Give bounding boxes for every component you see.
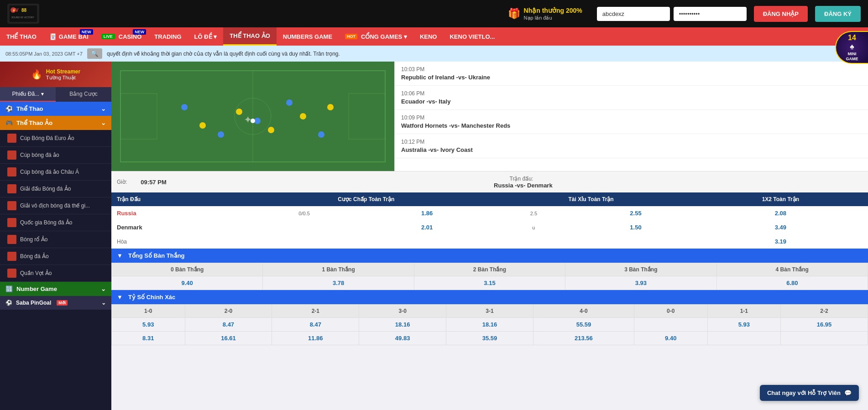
taixiu-v2[interactable]: 1.50 [578, 220, 693, 234]
nav-the-thao[interactable]: THỂ THAO [0, 27, 43, 46]
tab-phieu-da[interactable]: Phiếu Đã... ▾ [0, 87, 56, 102]
nav-casino[interactable]: LIVE CASINO NEW [95, 27, 148, 46]
score-val-1-22[interactable]: 16.95 [781, 318, 868, 332]
totals-col-3: 3 Bàn Thắng [565, 263, 716, 276]
match-item-3[interactable]: 10:09 PM Watford Hornets -vs- Manchester… [395, 110, 868, 134]
nav-cong-games-label: CỔNG GAMES ▾ [361, 33, 407, 40]
x2-1[interactable]: 2.08 [693, 206, 868, 220]
nav-cong-games[interactable]: HOT CỔNG GAMES ▾ [339, 27, 413, 46]
score-val-2-30[interactable]: 49.83 [359, 332, 446, 345]
sidebar-item-bong-ro[interactable]: Bóng rổ Ảo [0, 231, 111, 248]
nav-lo-de[interactable]: LÔ ĐỀ ▾ [188, 27, 224, 46]
sidebar-item-bong-da-ao[interactable]: Bóng đá Ảo [0, 248, 111, 265]
score-val-2-40[interactable]: 213.56 [533, 332, 634, 345]
totals-val-3[interactable]: 3.93 [565, 276, 716, 290]
totals-val-1[interactable]: 3.78 [263, 276, 414, 290]
totals-val-2[interactable]: 3.15 [414, 276, 565, 290]
score-val-1-40[interactable]: 55.59 [533, 318, 634, 332]
score-val-2-10[interactable]: 8.31 [112, 332, 185, 345]
nav-trading-label: TRADING [154, 33, 181, 40]
score-val-1-10[interactable]: 5.93 [112, 318, 185, 332]
score-val-2-00[interactable]: 9.40 [634, 332, 708, 345]
search-button[interactable]: 🔍 [87, 48, 102, 59]
col-tai-xiu: Tài Xỉu Toàn Trận [489, 192, 693, 206]
match-name-1: Republic of Ireland -vs- Ukraine [401, 74, 862, 81]
sidebar-item-cup-bong-da-chau-a[interactable]: Cúp bóng đá ảo Châu Á [0, 164, 111, 181]
score-val-1-31[interactable]: 18.16 [446, 318, 533, 332]
odd-1-1[interactable]: 1.86 [365, 206, 489, 220]
score-val-1-30[interactable]: 18.16 [359, 318, 446, 332]
the-thao-icon: ⚽ [5, 105, 13, 112]
match-item-1[interactable]: 10:03 PM Republic of Ireland -vs- Ukrain… [395, 62, 868, 86]
nav-trading[interactable]: TRADING [148, 27, 188, 46]
score-col-00: 0-0 [634, 305, 708, 318]
score-table: 1-0 2-0 2-1 3-0 3-1 4-0 0-0 1-1 2-2 5.93 [111, 304, 868, 345]
tab-bang-cuoc-label: Bảng Cược [69, 91, 97, 97]
video-player[interactable]: ✦ [111, 62, 394, 171]
taixiu-v1[interactable]: 2.55 [578, 206, 693, 220]
taixiu-o: 2.5 [489, 206, 578, 220]
minigame-num: 14 [848, 34, 856, 42]
totals-val-4[interactable]: 6.80 [716, 276, 868, 290]
score-val-2-31[interactable]: 35.59 [446, 332, 533, 345]
sidebar-section-the-thao-ao[interactable]: 🎮 Thể Thao Ảo ⌄ [0, 116, 111, 130]
svg-point-19 [254, 118, 261, 124]
nav-numbers-game[interactable]: NUMBERS GAME [277, 27, 339, 46]
sidebar-item-bong-da-ao-label: Bóng đá Ảo [20, 253, 49, 259]
sidebar-item-quan-vot-ao[interactable]: Quần Vợt Ảo [0, 265, 111, 282]
sidebar-item-cup-bong-da-euro[interactable]: Cúp Bóng Đá Euro Ảo [0, 130, 111, 147]
sidebar-item-giai-dau-bong-da[interactable]: Giải đấu Bóng đá Ảo [0, 181, 111, 197]
x2-3[interactable]: 3.19 [693, 234, 868, 249]
nav-game-bai[interactable]: 🃏 GAME BÀI NEW [43, 27, 95, 46]
score-val-2-21[interactable]: 11.86 [272, 332, 359, 345]
match-item-2[interactable]: 10:06 PM Ecuador -vs- Italy [395, 86, 868, 110]
username-input[interactable] [597, 7, 670, 21]
totals-toggle[interactable]: ▼ [117, 252, 123, 259]
tab-phieu-da-label: Phiếu Đã... [12, 91, 39, 97]
match-item-4[interactable]: 10:12 PM Australia -vs- Ivory Coast [395, 134, 868, 158]
cup-bong-da-euro-icon [7, 134, 16, 143]
match-info-bar: Giờ: 09:57 PM Trận đấu: Russia -vs- Denm… [111, 171, 868, 192]
sidebar-item-quoc-gia-bong-da[interactable]: Quốc gia Bóng đá Ảo [0, 214, 111, 231]
sidebar-section-the-thao[interactable]: ⚽ Thể Thao ⌄ [0, 102, 111, 116]
score-val-1-11[interactable]: 5.93 [707, 318, 781, 332]
score-val-1-20[interactable]: 8.47 [185, 318, 272, 332]
the-thao-label: Thể Thao [16, 105, 43, 112]
score-val-1-21[interactable]: 8.47 [272, 318, 359, 332]
sidebar-item-bong-ro-label: Bóng rổ Ảo [20, 236, 47, 243]
nav-keno-vietlo[interactable]: KENO VIETLO... [443, 27, 501, 46]
sidebar-section-saba[interactable]: ⚽ Saba PinGoal Mới ⌄ [0, 296, 111, 310]
password-input[interactable] [674, 7, 747, 21]
betting-section: Trận Đấu Cược Chấp Toàn Trận Tài Xỉu Toà… [111, 192, 868, 249]
chat-button[interactable]: Chat ngay với Hỗ Trợ Viên 💬 [760, 385, 859, 401]
tab-bang-cuoc[interactable]: Bảng Cược [56, 87, 111, 102]
logo-image: SV 88 SOUND OF VICTORY ⚡ [7, 4, 39, 24]
register-button[interactable]: ĐĂNG KÝ [815, 6, 861, 22]
x2-2[interactable]: 3.49 [693, 220, 868, 234]
svg-point-16 [327, 104, 334, 110]
match-time-1: 10:03 PM [401, 66, 862, 73]
quoc-gia-bong-da-icon [7, 218, 16, 227]
betting-table-header: Trận Đấu Cược Chấp Toàn Trận Tài Xỉu Toà… [111, 192, 868, 206]
totals-val-0[interactable]: 9.40 [112, 276, 263, 290]
exact-score-toggle[interactable]: ▼ [117, 294, 123, 301]
match-name-2: Ecuador -vs- Italy [401, 98, 862, 105]
match-list: 10:03 PM Republic of Ireland -vs- Ukrain… [394, 62, 868, 171]
minigame-button[interactable]: 14 ♠ MINIGAME [835, 31, 868, 64]
minigame-corner[interactable]: 14 ♠ MINIGAME [835, 31, 868, 64]
login-button[interactable]: ĐĂNG NHẬP [754, 6, 808, 22]
number-game-label: Number Game [16, 285, 57, 292]
exact-score-title: ▼ Tỷ Số Chính Xác [111, 290, 868, 304]
score-val-2-20[interactable]: 16.61 [185, 332, 272, 345]
totals-header-row: 0 Bàn Thắng 1 Bàn Thắng 2 Bàn Thắng 3 Bà… [112, 263, 868, 276]
sidebar-section-number-game[interactable]: 🔢 Number Game ⌄ [0, 282, 111, 296]
sidebar-item-cup-bong-da[interactable]: Cúp bóng đá ảo [0, 147, 111, 164]
nav-keno[interactable]: KENO [413, 27, 444, 46]
match-name-4: Australia -vs- Ivory Coast [401, 146, 862, 153]
nav-the-thao-ao[interactable]: THỂ THAO ẢO [223, 27, 277, 46]
svg-text:⚡: ⚡ [12, 8, 16, 12]
odd-1-2[interactable]: 2.01 [365, 220, 489, 234]
team-row-1: Russia 0/0.5 1.86 2.5 2.55 2.08 [111, 206, 868, 220]
sidebar-item-giai-vo-dich[interactable]: Giải vô địch bóng đá thế gi... [0, 197, 111, 214]
exact-score-title-label: Tỷ Số Chính Xác [128, 294, 175, 301]
